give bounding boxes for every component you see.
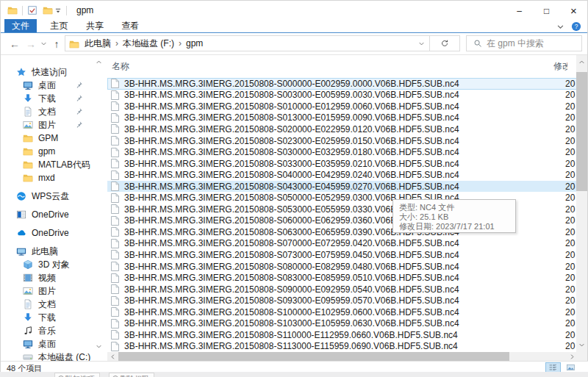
file-row[interactable]: 3B-HHR.MS.MRG.3IMERG.20150808-S030000-E0… [107, 146, 578, 158]
file-row[interactable]: 3B-HHR.MS.MRG.3IMERG.20150808-S113000-E1… [107, 341, 578, 352]
file-icon [111, 136, 119, 146]
column-header-modified[interactable]: 修改日期 [553, 55, 567, 78]
sidebar-item-label: 音乐 [38, 325, 56, 337]
file-row[interactable]: 3B-HHR.MS.MRG.3IMERG.20150808-S083000-E0… [107, 272, 578, 284]
file-icon [111, 330, 119, 340]
sidebar-item[interactable]: 图片 [1, 118, 107, 132]
sidebar-item[interactable]: MATLAB代码 [1, 158, 107, 171]
sidebar-item-label: GPM [38, 133, 58, 143]
recent-locations-icon[interactable] [38, 33, 49, 54]
file-row[interactable]: 3B-HHR.MS.MRG.3IMERG.20150808-S100000-E1… [107, 306, 578, 318]
sidebar-item[interactable]: 桌面 [1, 337, 107, 351]
sidebar-item[interactable]: 音乐 [1, 324, 107, 337]
minimize-button[interactable]: – [506, 1, 533, 21]
file-icon [111, 170, 119, 180]
sidebar-item[interactable]: mxd [1, 171, 107, 184]
file-row[interactable]: 3B-HHR.MS.MRG.3IMERG.20150808-S093000-E0… [107, 295, 578, 306]
file-row[interactable]: 3B-HHR.MS.MRG.3IMERG.20150808-S010000-E0… [107, 101, 578, 112]
quick-access-toolbar: gpm [7, 4, 93, 16]
sidebar-item[interactable]: 图片 [1, 284, 107, 298]
file-row[interactable]: 3B-HHR.MS.MRG.3IMERG.20150808-S020000-E0… [107, 123, 578, 135]
pin-icon [75, 94, 83, 102]
file-row[interactable]: 3B-HHR.MS.MRG.3IMERG.20150808-S033000-E0… [107, 158, 578, 170]
sidebar-item[interactable]: 此电脑 [1, 245, 107, 258]
sidebar-item-label: 下载 [38, 312, 56, 324]
file-name: 3B-HHR.MS.MRG.3IMERG.20150808-S020000-E0… [124, 124, 565, 134]
details-view-button[interactable] [545, 362, 561, 373]
maximize-button[interactable]: □ [533, 1, 560, 21]
breadcrumb-item[interactable]: 此电脑 [82, 37, 113, 50]
sidebar-scroll-up-icon[interactable] [96, 59, 104, 66]
thumbnail-view-button[interactable] [563, 362, 578, 373]
qat-properties-icon[interactable] [27, 5, 37, 15]
navigation-toolbar: ← → ↑ 此电脑›本地磁盘 (F:)›gpm 在 gpm 中搜索 [1, 33, 587, 55]
pin-icon [75, 107, 83, 115]
search-box[interactable]: 在 gpm 中搜索 [466, 35, 582, 51]
refresh-button[interactable] [429, 35, 460, 51]
sidebar-item[interactable]: 文档 [1, 105, 107, 118]
file-icon [111, 342, 119, 351]
file-row[interactable]: 3B-HHR.MS.MRG.3IMERG.20150808-S003000-E0… [107, 90, 578, 101]
up-button[interactable]: ↑ [49, 33, 64, 54]
tab-share[interactable]: 共享 [79, 19, 111, 32]
tab-home[interactable]: 主页 [43, 19, 75, 32]
scroll-up-icon[interactable] [577, 57, 587, 67]
scroll-down-icon[interactable] [577, 340, 587, 350]
sidebar-scroll-down-icon[interactable] [96, 343, 104, 351]
sidebar-item[interactable]: gpm [1, 145, 107, 158]
ribbon-expand-icon[interactable] [556, 23, 564, 31]
sidebar-item[interactable]: WPS云盘 [1, 190, 107, 203]
qat-new-folder-icon[interactable] [43, 5, 53, 15]
tab-view[interactable]: 查看 [114, 19, 146, 32]
sidebar-item[interactable]: OneDrive [1, 226, 107, 240]
file-row[interactable]: 3B-HHR.MS.MRG.3IMERG.20150808-S073000-E0… [107, 249, 578, 261]
qat-customize-icon[interactable] [54, 7, 62, 14]
sidebar-item[interactable]: 3D 对象 [1, 258, 107, 271]
vertical-scrollbar-thumb[interactable] [576, 72, 587, 191]
sidebar-item[interactable]: 快速访问 [1, 65, 107, 79]
tab-file[interactable]: 文件 [4, 19, 37, 32]
file-row[interactable]: 3B-HHR.MS.MRG.3IMERG.20150808-S080000-E0… [107, 261, 578, 273]
document-icon [23, 107, 33, 117]
sidebar-item[interactable]: 下载 [1, 92, 107, 105]
file-row[interactable]: 3B-HHR.MS.MRG.3IMERG.20150808-S043000-E0… [107, 181, 578, 193]
sidebar-item-label: 图片 [38, 285, 56, 298]
video-icon [23, 273, 33, 283]
folder-icon [23, 159, 33, 170]
breadcrumb-item[interactable]: gpm [184, 38, 205, 49]
file-row[interactable]: 3B-HHR.MS.MRG.3IMERG.20150808-S090000-E0… [107, 284, 578, 295]
sidebar-item-label: mxd [38, 173, 55, 183]
sidebar-item[interactable]: GPM [1, 132, 107, 145]
sidebar-item[interactable]: 下载 [1, 311, 107, 324]
sidebar-item-label: 此电脑 [32, 245, 58, 258]
file-row[interactable]: 3B-HHR.MS.MRG.3IMERG.20150808-S070000-E0… [107, 238, 578, 250]
download-icon [23, 93, 33, 104]
background-window-strip: 附加选项 删除权限 [0, 372, 588, 377]
scroll-left-icon[interactable] [108, 353, 118, 361]
file-row[interactable]: 3B-HHR.MS.MRG.3IMERG.20150808-S040000-E0… [107, 169, 578, 181]
column-header-name[interactable]: 名称 [112, 55, 129, 78]
sidebar-item[interactable]: 视频 [1, 271, 107, 284]
sidebar-item[interactable]: 文档 [1, 298, 107, 311]
file-row[interactable]: 3B-HHR.MS.MRG.3IMERG.20150808-S103000-E1… [107, 317, 578, 329]
breadcrumb-item[interactable]: 本地磁盘 (F:) [121, 37, 176, 50]
breadcrumb-separator-icon: › [176, 38, 184, 49]
file-icon [111, 250, 119, 259]
file-row[interactable]: 3B-HHR.MS.MRG.3IMERG.20150808-S000000-E0… [107, 78, 578, 90]
file-name: 3B-HHR.MS.MRG.3IMERG.20150808-S110000-E1… [124, 330, 565, 340]
music-icon [23, 326, 33, 336]
back-button[interactable]: ← [7, 33, 23, 54]
close-button[interactable]: × [560, 1, 587, 21]
address-bar[interactable]: 此电脑›本地磁盘 (F:)›gpm [65, 35, 430, 51]
file-row[interactable]: 3B-HHR.MS.MRG.3IMERG.20150808-S110000-E1… [107, 329, 578, 341]
address-dropdown-icon[interactable] [413, 40, 429, 47]
help-icon[interactable]: ? [571, 21, 581, 32]
sidebar-item[interactable]: 本地磁盘 (C:) [1, 351, 107, 361]
sidebar-item[interactable]: 桌面 [1, 79, 107, 92]
file-row[interactable]: 3B-HHR.MS.MRG.3IMERG.20150808-S023000-E0… [107, 135, 578, 147]
sidebar-item[interactable]: OneDrive [1, 208, 107, 221]
vertical-scrollbar[interactable] [576, 55, 587, 352]
breadcrumb: 此电脑›本地磁盘 (F:)›gpm [82, 37, 205, 50]
file-name: 3B-HHR.MS.MRG.3IMERG.20150808-S010000-E0… [124, 101, 565, 112]
file-row[interactable]: 3B-HHR.MS.MRG.3IMERG.20150808-S013000-E0… [107, 112, 578, 124]
